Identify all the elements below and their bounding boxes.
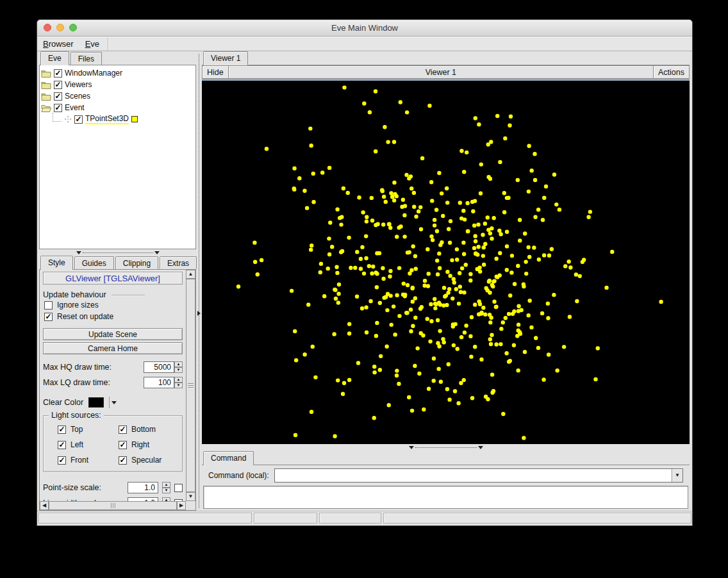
tab-extras[interactable]: Extras [160,256,197,269]
spin-up-icon: ▲ [174,361,183,367]
light-specular-checkbox[interactable] [119,456,127,465]
pointset-icon [64,115,72,123]
scroll-up-icon[interactable]: ▲ [186,270,195,279]
light-top-checkbox[interactable] [58,425,66,434]
tree-checkbox[interactable] [74,115,83,124]
folder-icon [41,81,51,89]
command-splitter[interactable] [202,444,690,451]
ignore-sizes-checkbox[interactable] [44,301,53,310]
command-combobox[interactable]: ▼ [274,468,683,483]
tree-item-label[interactable]: Viewers [65,80,92,89]
tree-row-windowmanager[interactable]: WindowManager [41,67,194,79]
style-vertical-scrollbar[interactable]: ▲ ▼ [186,270,195,501]
viewer-dock-title[interactable]: Viewer 1 [229,65,653,79]
actions-button[interactable]: Actions [653,65,690,79]
viewer-panel: Viewer 1 Hide Viewer 1 Actions Command C… [202,51,692,511]
tree-row-tpointset3d[interactable]: TPointSet3D [41,113,194,125]
light-specular-label: Specular [131,456,161,465]
tab-eve[interactable]: Eve [40,51,69,65]
folder-open-icon [41,104,51,112]
folder-icon [41,69,51,78]
main-vertical-splitter[interactable] [196,51,202,511]
status-cell [383,513,691,524]
left-panel: Eve Files WindowManager Viewers Scen [37,51,196,511]
horizontal-scroll-thumb[interactable] [49,501,177,510]
clear-color-dropdown[interactable] [109,397,118,408]
light-left-checkbox[interactable] [58,441,66,449]
style-horizontal-scrollbar[interactable]: ◀ ▶ [40,501,186,510]
light-right-checkbox[interactable] [119,441,127,449]
titlebar[interactable]: Eve Main Window [37,20,692,37]
gl-viewport[interactable] [202,81,690,444]
tree-item-label[interactable]: Event [65,103,85,112]
tree-row-viewers[interactable]: Viewers [41,79,194,90]
line-width-scale-row: Line-width scale: 1.0 ▲▼ [43,497,183,501]
point-size-scale-spinner[interactable]: ▲▼ [162,482,170,493]
scroll-right-icon[interactable]: ▶ [177,501,186,510]
tree-checkbox[interactable] [54,81,62,89]
splitter-chevron-icon [478,446,483,449]
light-right-label: Right [131,440,149,449]
combo-dropdown-icon[interactable]: ▼ [672,469,682,482]
tab-files[interactable]: Files [70,52,102,65]
ignore-sizes-label: Ignore sizes [57,301,99,310]
tree-row-event[interactable]: Event [41,102,194,113]
tab-style[interactable]: Style [40,256,73,270]
update-scene-button[interactable]: Update Scene [43,328,183,340]
clear-color-swatch[interactable] [88,397,104,408]
tab-guides[interactable]: Guides [74,256,114,269]
reset-on-update-checkbox[interactable] [44,313,53,321]
tree-checkbox[interactable] [54,92,62,101]
clear-color-label: Clear Color [43,398,83,407]
tree-checkbox[interactable] [54,104,62,112]
light-bottom-checkbox[interactable] [119,425,127,434]
tab-clipping[interactable]: Clipping [115,256,158,269]
spin-down-icon: ▼ [162,488,170,493]
ignore-sizes-row[interactable]: Ignore sizes [44,299,183,311]
command-input[interactable] [275,469,672,482]
update-behaviour-separator: Update behaviour [43,290,183,299]
max-hq-spinner[interactable]: ▲▼ [174,361,183,373]
menu-eve[interactable]: Eve [79,38,105,50]
close-window-icon[interactable] [44,24,51,31]
left-horizontal-splitter[interactable] [39,249,196,256]
reset-on-update-label: Reset on update [57,312,113,321]
tree-item-label[interactable]: TPointSet3D [85,114,129,124]
eve-main-window: Eve Main Window Browser Eve Eve Files Wi… [37,19,693,526]
max-hq-row: Max HQ draw time: 5000 ▲▼ [43,361,183,374]
max-lq-spinner[interactable]: ▲▼ [174,377,183,388]
point-size-scale-label: Point-size scale: [43,483,124,492]
light-front-checkbox[interactable] [58,456,66,465]
camera-home-button[interactable]: Camera Home [43,342,183,354]
max-hq-label: Max HQ draw time: [43,363,144,372]
max-hq-input[interactable]: 5000 [144,361,174,373]
glviewer-header-button[interactable]: GLViewer [TGLSAViewer] [43,272,183,285]
status-cell [254,513,317,524]
menu-browser[interactable]: Browser [37,38,79,50]
scroll-left-icon[interactable]: ◀ [40,501,49,510]
scroll-down-icon[interactable]: ▼ [186,492,195,501]
tree-item-label[interactable]: Scenes [65,92,90,101]
minimize-window-icon[interactable] [56,24,64,31]
tree-checkbox[interactable] [54,69,62,78]
max-lq-input[interactable]: 100 [144,377,174,388]
eve-tree[interactable]: WindowManager Viewers Scenes Event [39,65,196,249]
tree-row-scenes[interactable]: Scenes [41,90,194,102]
tree-item-label[interactable]: WindowManager [65,69,122,78]
point-size-scale-checkbox[interactable] [174,484,183,492]
point-size-scale-input[interactable]: 1.0 [128,482,158,493]
tab-command[interactable]: Command [203,451,254,465]
light-sources-label: Light sources: [49,411,104,420]
update-behaviour-label: Update behaviour [43,290,106,299]
pointset-color-swatch[interactable] [131,116,138,122]
command-local-label: Command (local): [208,471,269,480]
menubar: Browser Eve [37,37,692,51]
tab-viewer-1[interactable]: Viewer 1 [203,51,248,65]
max-lq-row: Max LQ draw time: 100 ▲▼ [43,376,183,389]
vertical-scroll-thumb[interactable] [186,279,195,492]
reset-on-update-row[interactable]: Reset on update [44,311,183,322]
spin-down-icon: ▼ [174,383,183,388]
hide-button[interactable]: Hide [202,65,229,79]
viewport-canvas[interactable] [202,81,690,444]
zoom-window-icon[interactable] [69,24,77,31]
